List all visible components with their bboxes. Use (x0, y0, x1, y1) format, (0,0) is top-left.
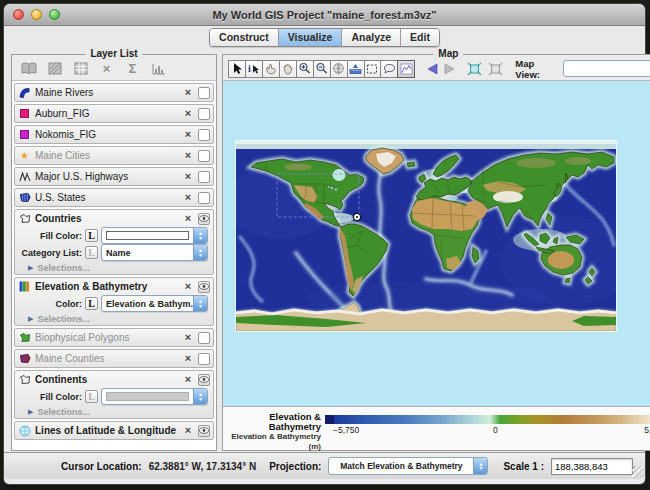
delete-layer-icon[interactable]: × (182, 353, 194, 364)
zoom-selection-icon[interactable] (488, 62, 503, 76)
resize-grip[interactable] (632, 466, 643, 477)
map-view-dropdown[interactable]: ▲▼ (563, 60, 650, 77)
scale-input[interactable] (551, 458, 633, 475)
layer-major-us-highways[interactable]: Major U.S. Highways × (14, 167, 214, 186)
visibility-checkbox[interactable] (198, 150, 210, 162)
forward-icon[interactable] (444, 63, 455, 75)
delete-layer-icon[interactable]: × (182, 129, 194, 140)
layer-name: Auburn_FIG (35, 108, 178, 119)
back-icon[interactable] (427, 63, 438, 75)
layer-elevation-bathymetry[interactable]: Elevation & Bathymetry × Color: L Elevat… (14, 277, 214, 326)
identify-icon[interactable]: i (245, 60, 263, 78)
visibility-eye-icon[interactable] (198, 374, 210, 386)
projection-dropdown[interactable]: Match Elevation & Bathymetry ▲▼ (328, 457, 488, 475)
layer-list-panel: Layer List × Σ (11, 54, 217, 451)
dropdown-stepper-icon: ▲▼ (193, 245, 207, 260)
layer-lines-lat-long[interactable]: Lines of Latitude & Longitude × (14, 421, 214, 440)
selections-disclosure[interactable]: ▶ Selections... (18, 261, 210, 274)
layer-maine-rivers[interactable]: Maine Rivers × (14, 83, 214, 102)
globe-icon[interactable] (330, 60, 348, 78)
visibility-eye-icon[interactable] (198, 425, 210, 437)
window-titlebar[interactable]: My World GIS Project "maine_forest.m3vz" (4, 4, 645, 26)
color-label: Color: (18, 299, 82, 309)
open-table-icon[interactable] (20, 61, 37, 77)
visibility-checkbox[interactable] (198, 108, 210, 120)
delete-layer-icon[interactable]: × (182, 281, 194, 292)
delete-layer-icon[interactable]: × (182, 192, 194, 203)
select-arrow-icon[interactable] (228, 60, 246, 78)
zoom-out-icon[interactable] (313, 60, 331, 78)
selections-disclosure[interactable]: ▶ Selections... (18, 312, 210, 325)
layer-maine-cities[interactable]: ★ Maine Cities × (14, 146, 214, 165)
delete-layer-icon[interactable]: × (182, 87, 194, 98)
delete-layer-icon[interactable]: × (182, 425, 194, 436)
polygon-layer-icon (18, 213, 31, 225)
zoom-in-icon[interactable] (296, 60, 314, 78)
selections-label: Selections... (37, 263, 90, 273)
legend-min-block (325, 415, 334, 424)
visibility-checkbox[interactable] (198, 192, 210, 204)
legend-l-button[interactable]: L (85, 229, 98, 242)
delete-layer-toolbar-icon[interactable]: × (98, 61, 115, 77)
fill-color-dropdown[interactable]: ▲▼ (101, 388, 208, 405)
fill-color-label: Fill Color: (18, 231, 82, 241)
selections-disclosure[interactable]: ▶ Selections... (18, 405, 210, 418)
table-icon[interactable] (72, 61, 89, 77)
histogram-icon[interactable] (150, 61, 167, 77)
close-button[interactable] (13, 9, 24, 20)
layer-continents[interactable]: Continents × Fill Color: L ▲▼ ▶ (14, 370, 214, 419)
visibility-eye-icon[interactable] (198, 281, 210, 293)
category-list-dropdown[interactable]: Name ▲▼ (101, 244, 208, 261)
point-hand-icon[interactable] (262, 60, 280, 78)
layer-maine-counties[interactable]: Maine Counties × (14, 349, 214, 368)
dropdown-stepper-icon: ▲▼ (473, 458, 487, 474)
polygon-layer-icon (18, 192, 31, 204)
map-viewport[interactable] (223, 80, 650, 406)
legend-subtitle: Elevation & Bathymetry (m) (229, 432, 321, 452)
marquee-select-icon[interactable] (364, 60, 382, 78)
minimize-button[interactable] (31, 9, 42, 20)
visibility-eye-icon[interactable] (198, 213, 210, 225)
statistics-sigma-icon[interactable]: Σ (124, 61, 141, 77)
tab-visualize[interactable]: Visualize (278, 29, 342, 46)
layer-auburn-fig[interactable]: Auburn_FIG × (14, 104, 214, 123)
legend-l-button-disabled: L (85, 390, 98, 403)
pan-hand-icon[interactable] (279, 60, 297, 78)
tab-edit[interactable]: Edit (400, 29, 439, 46)
svg-text:i: i (248, 63, 251, 74)
visibility-checkbox[interactable] (198, 171, 210, 183)
visibility-checkbox[interactable] (198, 129, 210, 141)
status-bar: Cursor Location: 62.3881° W, 17.3134° N … (4, 452, 645, 479)
dropdown-value: Name (102, 245, 193, 260)
fill-color-label: Fill Color: (18, 392, 82, 402)
visibility-checkbox[interactable] (198, 87, 210, 99)
profile-graph-icon[interactable] (397, 60, 415, 78)
zoom-full-extent-icon[interactable] (467, 62, 482, 76)
line-layer-icon (18, 171, 31, 183)
delete-layer-icon[interactable]: × (182, 374, 194, 385)
legend-l-button[interactable]: L (85, 297, 98, 310)
delete-layer-icon[interactable]: × (182, 150, 194, 161)
layer-countries[interactable]: Countries × Fill Color: L ▲▼ Category Li (14, 209, 214, 275)
delete-layer-icon[interactable]: × (182, 332, 194, 343)
layer-biophysical-polygons[interactable]: Biophysical Polygons × (14, 328, 214, 347)
delete-layer-icon[interactable]: × (182, 213, 194, 224)
layer-nokomis-fig[interactable]: Nokomis_FIG × (14, 125, 214, 144)
tab-analyze[interactable]: Analyze (341, 29, 400, 46)
edit-layer-icon[interactable] (46, 61, 63, 77)
point-layer-icon (18, 108, 31, 120)
layer-us-states[interactable]: U.S. States × (14, 188, 214, 207)
world-map[interactable] (236, 141, 616, 331)
color-scheme-dropdown[interactable]: Elevation & Bathym... ▲▼ (101, 295, 208, 312)
layer-name: Nokomis_FIG (35, 129, 178, 140)
delete-layer-icon[interactable]: × (182, 108, 194, 119)
visibility-checkbox[interactable] (198, 353, 210, 365)
lasso-select-icon[interactable] (380, 60, 398, 78)
legend-zero-label: 0 (493, 425, 498, 435)
tab-construct[interactable]: Construct (210, 29, 278, 46)
delete-layer-icon[interactable]: × (182, 171, 194, 182)
measure-icon[interactable] (347, 60, 365, 78)
fill-color-dropdown[interactable]: ▲▼ (101, 227, 208, 244)
visibility-checkbox[interactable] (198, 332, 210, 344)
zoom-button[interactable] (49, 9, 60, 20)
